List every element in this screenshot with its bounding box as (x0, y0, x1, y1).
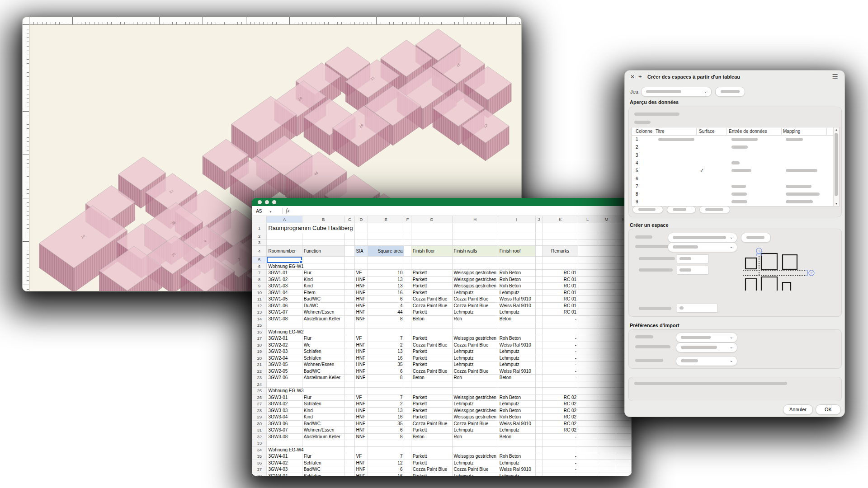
cell[interactable]: 3GW3-08 (267, 433, 302, 440)
cell[interactable] (354, 322, 368, 329)
row-number[interactable]: 35 (252, 453, 267, 460)
cell[interactable] (535, 270, 542, 277)
cell[interactable] (404, 440, 411, 447)
cell[interactable]: Function (302, 246, 344, 257)
cell[interactable]: Lehmputz (452, 427, 498, 434)
cell[interactable] (578, 257, 597, 263)
cell[interactable] (597, 270, 616, 277)
cell[interactable]: HNF (354, 361, 368, 368)
cell[interactable]: Cozza Paint Blue (411, 466, 452, 473)
cell[interactable]: 3GW1-01 (267, 270, 302, 277)
cell[interactable] (597, 348, 616, 355)
cell[interactable] (345, 239, 354, 246)
cell[interactable] (597, 407, 616, 414)
cell[interactable]: Parkett (411, 361, 452, 368)
cell[interactable]: Bad/WC (302, 368, 344, 375)
cell[interactable] (404, 368, 411, 375)
cell[interactable] (404, 276, 411, 283)
cell[interactable]: Lehmputz (498, 348, 535, 355)
cell[interactable] (404, 246, 411, 257)
cell[interactable]: Beton (498, 315, 535, 322)
row-number[interactable]: 4 (252, 246, 267, 257)
cell[interactable] (411, 257, 452, 263)
cell[interactable]: NNF (354, 315, 368, 322)
cell[interactable]: Roh (452, 315, 498, 322)
cell[interactable] (578, 328, 597, 335)
window-close-button[interactable] (258, 200, 262, 204)
cell[interactable]: 3GW4-02 (267, 460, 302, 466)
cell[interactable]: Parkett (411, 309, 452, 316)
cell[interactable]: Lehmputz (498, 473, 535, 476)
cell[interactable] (345, 335, 354, 342)
cell[interactable] (535, 427, 542, 434)
column-letter[interactable]: A (267, 216, 302, 223)
cell[interactable] (354, 328, 368, 335)
cell[interactable] (535, 368, 542, 375)
cell[interactable]: 8 (368, 375, 404, 381)
cell[interactable]: Abstellraum Keller (302, 315, 344, 322)
scroll-down-icon[interactable]: ▼ (834, 202, 839, 205)
cell[interactable] (535, 440, 542, 447)
cell[interactable] (404, 355, 411, 361)
cell[interactable] (452, 440, 498, 447)
cell[interactable]: Weissgips gestrichen (452, 335, 498, 342)
cell[interactable]: Cozza Paint Blue (452, 368, 498, 375)
cell[interactable]: Cozza Paint Blue (452, 342, 498, 348)
cell[interactable] (345, 446, 354, 453)
cell[interactable]: Cozza Paint Blue (411, 368, 452, 375)
cell[interactable] (404, 233, 411, 239)
jeu-action-button[interactable] (715, 87, 745, 97)
cell[interactable] (267, 381, 302, 388)
cell[interactable]: 3GW3-02 (267, 401, 302, 408)
cell[interactable]: Roh Beton (498, 335, 535, 342)
cell[interactable] (498, 257, 535, 263)
cell[interactable] (578, 361, 597, 368)
name-box-chevron-icon[interactable]: ▾ (270, 210, 272, 214)
cell[interactable] (535, 246, 542, 257)
cell[interactable]: HNF (354, 414, 368, 421)
cell[interactable]: RC 01 (542, 296, 578, 303)
row-number[interactable]: 2 (252, 233, 267, 239)
cell[interactable]: HNF (354, 460, 368, 466)
cell[interactable]: HNF (354, 302, 368, 309)
espace-select-1[interactable]: ⌄ (668, 233, 737, 243)
cell[interactable] (345, 342, 354, 348)
row-number[interactable]: 5 (252, 257, 267, 263)
cell[interactable]: Cozza Paint Blue (411, 420, 452, 427)
cell[interactable]: Weissgips gestrichen (452, 283, 498, 290)
close-icon[interactable]: ✕ (630, 74, 635, 80)
cell[interactable] (368, 233, 404, 239)
cell[interactable]: Schlafen (302, 355, 344, 361)
cell[interactable] (616, 427, 631, 434)
cell[interactable]: Lehmputz (452, 361, 498, 368)
cell[interactable]: - (542, 375, 578, 381)
cell[interactable] (404, 328, 411, 335)
cell[interactable]: 2 (368, 401, 404, 408)
cell[interactable]: - (542, 315, 578, 322)
cell[interactable]: Roh Beton (498, 276, 535, 283)
cell[interactable]: Parkett (411, 453, 452, 460)
cell[interactable] (345, 381, 354, 388)
cell[interactable]: RC 01 (542, 276, 578, 283)
espace-input-3[interactable] (677, 304, 717, 313)
cell[interactable]: - (542, 361, 578, 368)
cell[interactable] (535, 302, 542, 309)
cell[interactable] (535, 309, 542, 316)
cell[interactable] (597, 453, 616, 460)
cell[interactable] (345, 283, 354, 290)
cell[interactable] (597, 283, 616, 290)
preview-action-button-1[interactable] (632, 206, 663, 213)
cell[interactable]: Parkett (411, 473, 452, 476)
cell[interactable] (498, 322, 535, 329)
cell[interactable]: 16 (368, 289, 404, 296)
cell[interactable] (542, 328, 578, 335)
cell[interactable] (535, 473, 542, 476)
cell[interactable] (354, 446, 368, 453)
cell[interactable]: 6 (368, 368, 404, 375)
cell[interactable] (578, 453, 597, 460)
cell[interactable] (345, 407, 354, 414)
cell[interactable] (616, 473, 631, 476)
cell[interactable] (368, 446, 404, 453)
cell[interactable] (535, 466, 542, 473)
scrollbar[interactable]: ▲ ▼ (833, 127, 839, 206)
